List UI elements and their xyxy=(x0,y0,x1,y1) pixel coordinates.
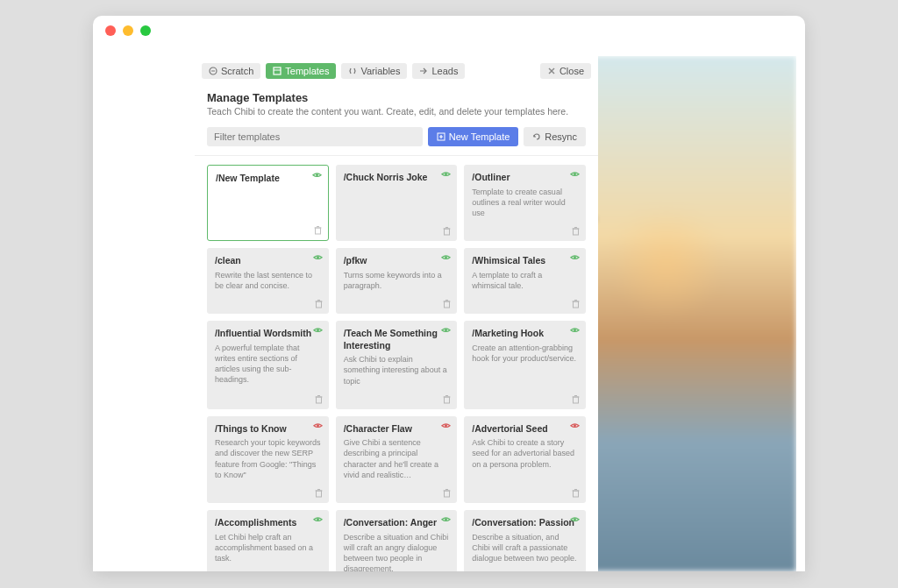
visibility-icon[interactable] xyxy=(570,171,580,178)
panel-tabs: Scratch Templates Variables Leads Close xyxy=(195,56,598,79)
templates-panel: Scratch Templates Variables Leads Close … xyxy=(195,56,598,571)
template-card[interactable]: /Chuck Norris Joke xyxy=(336,165,458,241)
visibility-icon[interactable] xyxy=(312,172,322,179)
template-title: /Advertorial Seed xyxy=(472,423,578,436)
button-label: New Template xyxy=(449,131,510,142)
delete-icon[interactable] xyxy=(571,394,581,404)
refresh-icon xyxy=(532,132,541,141)
new-template-button[interactable]: New Template xyxy=(428,127,519,146)
template-card[interactable]: /cleanRewrite the last sentence to be cl… xyxy=(207,248,329,314)
template-card[interactable]: /Character FlawGive Chibi a sentence des… xyxy=(336,416,458,503)
delete-icon[interactable] xyxy=(442,488,452,498)
tab-templates[interactable]: Templates xyxy=(266,63,336,79)
svg-rect-23 xyxy=(316,301,321,308)
svg-rect-15 xyxy=(445,229,450,235)
template-title: /clean xyxy=(215,255,321,267)
template-description: Ask Chibi to explain something interesti… xyxy=(344,354,450,386)
tab-label: Leads xyxy=(431,66,458,76)
delete-icon[interactable] xyxy=(313,225,323,235)
svg-point-38 xyxy=(445,329,447,331)
svg-rect-2 xyxy=(274,67,281,74)
filter-input[interactable] xyxy=(207,127,423,146)
svg-point-22 xyxy=(317,256,319,259)
delete-icon[interactable] xyxy=(442,226,452,236)
tab-label: Variables xyxy=(360,66,400,76)
svg-point-54 xyxy=(574,424,576,427)
template-title: /Character Flaw xyxy=(344,423,450,436)
visibility-icon[interactable] xyxy=(313,254,323,261)
template-title: /Chuck Norris Joke xyxy=(344,172,450,184)
svg-rect-39 xyxy=(445,397,450,403)
svg-rect-47 xyxy=(316,491,321,497)
template-title: /Conversation: Anger xyxy=(344,517,450,529)
scratch-icon xyxy=(209,67,217,75)
visibility-icon[interactable] xyxy=(441,516,451,523)
delete-icon[interactable] xyxy=(571,299,581,308)
template-card[interactable]: /Advertorial SeedAsk Chibi to create a s… xyxy=(464,416,586,503)
template-card[interactable]: /New Template xyxy=(207,165,329,241)
svg-point-10 xyxy=(316,174,318,176)
template-title: /Whimsical Tales xyxy=(472,255,578,267)
tab-variables[interactable]: Variables xyxy=(341,63,407,79)
template-description: Let Chibi help craft an accomplishment b… xyxy=(215,532,321,563)
close-label: Close xyxy=(559,66,584,76)
visibility-icon[interactable] xyxy=(313,516,323,523)
template-card[interactable]: /Whimsical TalesA template to craft a wh… xyxy=(464,248,586,314)
visibility-icon[interactable] xyxy=(441,171,451,178)
window-minimize-dot[interactable] xyxy=(123,25,133,36)
template-card[interactable]: /pfkwTurns some keywords into a paragrap… xyxy=(336,248,458,314)
svg-point-42 xyxy=(574,329,576,331)
page-title: Manage Templates xyxy=(207,91,586,104)
window-maximize-dot[interactable] xyxy=(140,25,151,36)
svg-point-18 xyxy=(574,173,576,175)
template-title: /Things to Know xyxy=(215,423,321,436)
template-card[interactable]: /Influential WordsmithA powerful templat… xyxy=(207,321,329,409)
delete-icon[interactable] xyxy=(442,394,452,404)
svg-point-58 xyxy=(317,518,319,521)
template-card[interactable]: /AccomplishmentsLet Chibi help craft an … xyxy=(207,510,329,571)
delete-icon[interactable] xyxy=(314,488,324,498)
template-card[interactable]: /OutlinerTemplate to create casual outli… xyxy=(464,165,586,241)
svg-rect-31 xyxy=(574,301,579,308)
template-description: Research your topic keywords and discove… xyxy=(215,437,321,480)
template-card[interactable]: /Marketing HookCreate an attention-grabb… xyxy=(464,321,586,409)
template-card[interactable]: /Conversation: AngerDescribe a situation… xyxy=(336,510,458,571)
template-title: /Marketing Hook xyxy=(472,328,578,340)
delete-icon[interactable] xyxy=(314,299,324,308)
template-description: Describe a situation and Chibi will craf… xyxy=(344,532,450,571)
tab-scratch[interactable]: Scratch xyxy=(202,63,260,79)
template-title: /New Template xyxy=(216,173,320,185)
tab-leads[interactable]: Leads xyxy=(412,63,465,79)
template-description: Rewrite the last sentence to be clear an… xyxy=(215,270,321,291)
delete-icon[interactable] xyxy=(571,488,581,498)
svg-point-50 xyxy=(445,424,447,427)
tab-label: Templates xyxy=(285,66,329,76)
template-card[interactable]: /Conversation: PassionDescribe a situati… xyxy=(464,510,586,571)
svg-point-34 xyxy=(317,329,319,331)
resync-button[interactable]: Resync xyxy=(524,127,586,146)
visibility-icon[interactable] xyxy=(570,327,580,334)
window-chrome xyxy=(93,16,805,46)
svg-point-62 xyxy=(445,518,447,521)
visibility-icon[interactable] xyxy=(441,422,451,429)
visibility-icon[interactable] xyxy=(570,422,580,429)
delete-icon[interactable] xyxy=(314,394,324,404)
template-title: /Conversation: Passion xyxy=(472,517,578,529)
close-icon xyxy=(547,67,556,75)
templates-icon xyxy=(273,67,282,75)
visibility-icon[interactable] xyxy=(570,516,580,523)
template-card[interactable]: /Things to KnowResearch your topic keywo… xyxy=(207,416,329,503)
template-title: /Outliner xyxy=(472,172,578,184)
tab-label: Scratch xyxy=(221,66,253,76)
template-description: A template to craft a whimsical tale. xyxy=(472,270,578,291)
close-button[interactable]: Close xyxy=(540,63,591,79)
delete-icon[interactable] xyxy=(571,226,581,236)
visibility-icon[interactable] xyxy=(313,327,323,334)
template-card[interactable]: /Teach Me Something InterestingAsk Chibi… xyxy=(336,321,458,409)
window-close-dot[interactable] xyxy=(105,25,116,36)
visibility-icon[interactable] xyxy=(570,254,580,261)
visibility-icon[interactable] xyxy=(441,254,451,261)
delete-icon[interactable] xyxy=(442,299,452,308)
visibility-icon[interactable] xyxy=(441,327,451,334)
visibility-icon[interactable] xyxy=(313,422,323,429)
